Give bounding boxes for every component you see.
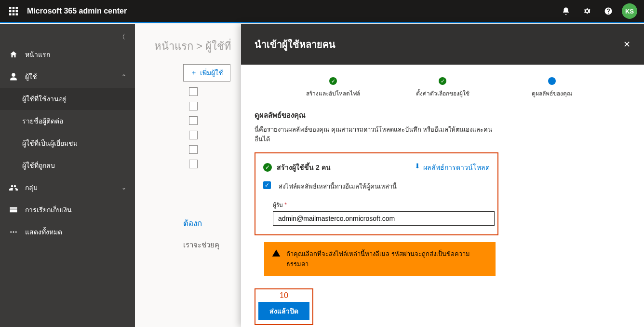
svg-rect-3 bbox=[9, 10, 12, 13]
ellipsis-icon bbox=[9, 227, 18, 237]
svg-point-10 bbox=[13, 232, 14, 233]
created-users-row: ✓ สร้างผู้ใช้ขึ้น 2 คน ⬇ ผลลัพธ์การดาวน์… bbox=[263, 162, 490, 173]
row-checkbox[interactable] bbox=[189, 116, 198, 125]
recipient-block: ผู้รับ * bbox=[273, 200, 490, 226]
step-2: ✓ ตั้งค่าตัวเลือกของผู้ใช้ bbox=[388, 77, 497, 98]
step-1: ✓ สร้างและอัปโหลดไฟล์ bbox=[279, 77, 388, 98]
notifications-button[interactable] bbox=[555, 0, 577, 22]
nav-show-all[interactable]: แสดงทั้งหมด bbox=[0, 221, 135, 243]
dot-icon bbox=[548, 77, 556, 85]
submit-highlight-box: 10 ส่งแล้วปิด bbox=[255, 288, 313, 325]
chevron-up-icon: ⌃ bbox=[121, 73, 126, 80]
row-checkbox[interactable] bbox=[189, 102, 198, 110]
check-icon: ✓ bbox=[329, 77, 337, 85]
nav-home[interactable]: หน้าแรก bbox=[0, 43, 135, 66]
recipient-input[interactable] bbox=[273, 211, 495, 226]
chevron-down-icon: ⌄ bbox=[121, 184, 126, 191]
svg-rect-5 bbox=[16, 10, 18, 13]
email-checkbox[interactable]: ✓ bbox=[263, 181, 271, 189]
panel-body: ✓ สร้างและอัปโหลดไฟล์ ✓ ตั้งค่าตัวเลือกข… bbox=[241, 65, 644, 327]
success-icon: ✓ bbox=[263, 163, 272, 172]
user-icon bbox=[9, 72, 18, 82]
recipient-label-text: ผู้รับ bbox=[273, 202, 283, 208]
nav-users-guests[interactable]: ผู้ใช้ที่เป็นผู้เยี่ยมชม bbox=[0, 132, 135, 154]
svg-rect-2 bbox=[16, 7, 18, 9]
svg-rect-6 bbox=[9, 14, 12, 16]
created-users-text: สร้างผู้ใช้ขึ้น 2 คน bbox=[277, 162, 331, 173]
annotation-number: 10 bbox=[258, 291, 309, 300]
nav-users-contacts[interactable]: รายชื่อผู้ติดต่อ bbox=[0, 110, 135, 132]
app-title: Microsoft 365 admin center bbox=[27, 7, 127, 15]
results-description: นี่คือรายงานผลลัพธ์ของคุณ คุณสามารถดาวน์… bbox=[255, 125, 496, 144]
nav-label: กลุ่ม bbox=[25, 182, 115, 193]
svg-point-9 bbox=[10, 232, 12, 233]
settings-button[interactable] bbox=[577, 0, 598, 22]
left-nav: 〈 หน้าแรก ผู้ใช้ ⌃ ผู้ใช้ที่ใช้งานอยู่ ร… bbox=[0, 24, 135, 327]
recipient-label: ผู้รับ * bbox=[273, 200, 490, 209]
nav-label: ผู้ใช้ bbox=[25, 71, 115, 82]
nav-label: หน้าแรก bbox=[25, 49, 126, 60]
svg-rect-4 bbox=[13, 10, 15, 13]
password-warning: ถ้าคุณเลือกที่จะส่งไฟล์เหล่านี้ทางอีเมล … bbox=[264, 242, 496, 276]
wizard-stepper: ✓ สร้างและอัปโหลดไฟล์ ✓ ตั้งค่าตัวเลือกข… bbox=[279, 77, 606, 98]
submit-label: ส่งแล้วปิด bbox=[269, 307, 298, 315]
home-icon bbox=[9, 50, 18, 59]
download-icon: ⬇ bbox=[415, 162, 420, 173]
nav-label: รายชื่อผู้ติดต่อ bbox=[22, 116, 126, 126]
results-heading: ดูผลลัพธ์ของคุณ bbox=[255, 109, 631, 121]
row-checkbox[interactable] bbox=[189, 160, 198, 168]
svg-rect-8 bbox=[16, 14, 18, 16]
send-and-close-button[interactable]: ส่งแล้วปิด bbox=[258, 302, 309, 320]
plus-icon: ＋ bbox=[190, 68, 197, 77]
panel-header: นำเข้าผู้ใช้หลายคน ✕ bbox=[241, 24, 644, 65]
step-label: สร้างและอัปโหลดไฟล์ bbox=[279, 89, 388, 98]
download-label: ผลลัพธ์การดาวน์โหลด bbox=[423, 162, 490, 173]
gear-icon bbox=[583, 7, 591, 15]
svg-rect-7 bbox=[13, 14, 15, 16]
step-label: ดูผลลัพธ์ของคุณ bbox=[497, 89, 606, 98]
download-results-link[interactable]: ⬇ ผลลัพธ์การดาวน์โหลด bbox=[415, 162, 490, 173]
nav-label: ผู้ใช้ที่ใช้งานอยู่ bbox=[22, 94, 126, 104]
question-icon bbox=[604, 7, 613, 15]
email-results-row: ✓ ส่งไฟล์ผลลัพธ์เหล่านี้ทางอีเมลให้ผู้คน… bbox=[263, 181, 490, 191]
svg-rect-0 bbox=[9, 7, 12, 9]
nav-groups[interactable]: กลุ่ม ⌄ bbox=[0, 177, 135, 199]
nav-users-active[interactable]: ผู้ใช้ที่ใช้งานอยู่ bbox=[0, 88, 135, 110]
step-3: ดูผลลัพธ์ของคุณ bbox=[497, 77, 606, 98]
row-checkbox[interactable] bbox=[189, 145, 198, 154]
card-icon bbox=[9, 205, 18, 215]
nav-billing[interactable]: การเรียกเก็บเงิน bbox=[0, 199, 135, 221]
row-checkbox[interactable] bbox=[189, 87, 198, 96]
panel-title: นำเข้าผู้ใช้หลายคน bbox=[255, 37, 335, 52]
app-header: Microsoft 365 admin center KS bbox=[0, 0, 644, 23]
svg-point-11 bbox=[15, 232, 17, 233]
app-launcher[interactable] bbox=[4, 1, 23, 21]
chevron-left-icon: 〈 bbox=[119, 33, 125, 41]
results-highlight-box: ✓ สร้างผู้ใช้ขึ้น 2 คน ⬇ ผลลัพธ์การดาวน์… bbox=[255, 152, 498, 235]
svg-rect-1 bbox=[13, 7, 15, 9]
waffle-icon bbox=[9, 7, 18, 15]
row-checkbox[interactable] bbox=[189, 131, 198, 139]
warning-icon bbox=[272, 249, 281, 258]
email-checkbox-label: ส่งไฟล์ผลลัพธ์เหล่านี้ทางอีเมลให้ผู้คนเห… bbox=[279, 181, 397, 191]
required-asterisk: * bbox=[284, 202, 287, 208]
nav-collapse[interactable]: 〈 bbox=[0, 29, 135, 43]
nav-label: แสดงทั้งหมด bbox=[25, 227, 126, 237]
close-icon: ✕ bbox=[623, 40, 631, 49]
check-icon: ✓ bbox=[439, 77, 446, 85]
panel-close-button[interactable]: ✕ bbox=[623, 39, 631, 50]
user-avatar[interactable]: KS bbox=[622, 3, 637, 19]
add-user-label: เพิ่มผู้ใช้ bbox=[200, 68, 223, 78]
nav-users[interactable]: ผู้ใช้ ⌃ bbox=[0, 66, 135, 88]
add-user-button[interactable]: ＋ เพิ่มผู้ใช้ bbox=[183, 64, 230, 82]
warning-text: ถ้าคุณเลือกที่จะส่งไฟล์เหล่านี้ทางอีเมล … bbox=[286, 249, 488, 269]
people-icon bbox=[9, 183, 18, 192]
nav-label: การเรียกเก็บเงิน bbox=[25, 204, 126, 215]
nav-users-deleted[interactable]: ผู้ใช้ที่ถูกลบ bbox=[0, 154, 135, 177]
help-button[interactable] bbox=[598, 0, 619, 22]
nav-label: ผู้ใช้ที่เป็นผู้เยี่ยมชม bbox=[22, 138, 126, 149]
nav-label: ผู้ใช้ที่ถูกลบ bbox=[22, 160, 126, 171]
bell-icon bbox=[562, 7, 570, 15]
step-label: ตั้งค่าตัวเลือกของผู้ใช้ bbox=[388, 89, 497, 98]
import-users-panel: นำเข้าผู้ใช้หลายคน ✕ ✓ สร้างและอัปโหลดไฟ… bbox=[241, 24, 644, 327]
